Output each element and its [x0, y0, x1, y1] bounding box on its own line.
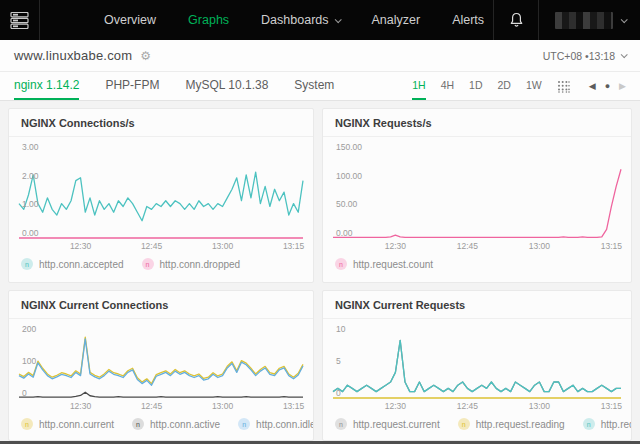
tab-nginx[interactable]: nginx 1.14.2 [14, 72, 79, 100]
legend-item-http.request.count[interactable]: nhttp.request.count [335, 258, 433, 270]
x-axis: 12:3012:4513:0013:15 [19, 238, 303, 253]
chart-canvas[interactable] [333, 334, 621, 398]
chart-title: NGINX Current Requests [323, 291, 631, 319]
live-button[interactable]: ● [605, 81, 610, 91]
notifications-button[interactable] [493, 0, 539, 40]
y-tick-label: 0 [22, 388, 27, 398]
chart-canvas[interactable] [19, 334, 303, 398]
series-badge-icon: n [335, 258, 347, 270]
chart-panel-nginx-connections: NGINX Connections/s 3.002.001.000.00 12:… [8, 108, 314, 283]
chart-plot-area[interactable]: 3.002.001.000.00 [19, 152, 303, 238]
legend-item-http.conn.dropped[interactable]: nhttp.conn.dropped [142, 258, 241, 270]
timezone-selector[interactable]: UTC+08 •13:18 [543, 50, 626, 62]
chart-plot-area[interactable]: 2001000 [19, 334, 303, 398]
y-tick-label: 3.00 [22, 142, 39, 152]
top-right-controls [493, 0, 640, 40]
range-4h[interactable]: 4H [441, 72, 454, 100]
legend-item-http.request.current[interactable]: nhttp.request.current [335, 418, 440, 430]
host-bar: www.linuxbabe.com ⚙ UTC+08 •13:18 [0, 40, 640, 72]
app-logo[interactable] [0, 0, 40, 40]
series-line-http.request.writing [333, 340, 621, 391]
legend-item-http.request.writing[interactable]: nhttp.request.writing [583, 418, 632, 430]
legend-item-http.conn.idle[interactable]: nhttp.conn.idle [238, 418, 314, 430]
chart-legend: nhttp.conn.currentnhttp.conn.activenhttp… [9, 413, 313, 430]
series-line-http.conn.idle [19, 339, 303, 385]
legend-item-http.conn.current[interactable]: nhttp.conn.current [21, 418, 114, 430]
legend-label: http.conn.current [39, 419, 114, 430]
x-tick-label: 12:30 [385, 401, 406, 411]
x-tick-label: 13:15 [283, 241, 304, 251]
range-1h[interactable]: 1H [412, 72, 425, 100]
series-line-http.conn.current [19, 337, 303, 383]
series-badge-icon: n [132, 418, 144, 430]
y-tick-label: 200 [22, 324, 36, 334]
x-tick-label: 12:45 [457, 401, 478, 411]
chart-plot-area[interactable]: 1050 [333, 334, 621, 398]
nav-item-graphs[interactable]: Graphs [188, 13, 229, 27]
timezone-label: UTC+08 •13:18 [543, 50, 615, 62]
series-badge-icon: n [142, 258, 154, 270]
legend-label: http.conn.dropped [160, 259, 241, 270]
series-badge-icon: n [21, 258, 33, 270]
gear-icon[interactable]: ⚙ [140, 49, 151, 63]
playback-controls: ◀ ● ▶ [589, 72, 626, 100]
y-tick-label: 10 [336, 324, 345, 334]
x-tick-label: 12:30 [385, 241, 406, 251]
chart-plot-area[interactable]: 150.00100.0050.000.00 [333, 152, 621, 238]
legend-label: http.conn.accepted [39, 259, 124, 270]
legend-label: http.conn.idle [256, 419, 314, 430]
x-tick-label: 12:45 [141, 241, 162, 251]
series-line-http.request.count [333, 169, 621, 237]
legend-label: http.request.reading [476, 419, 565, 430]
range-1d[interactable]: 1D [469, 72, 482, 100]
main-menu: Overview Graphs Dashboards Analyzer Aler… [104, 13, 484, 27]
series-badge-icon: n [458, 418, 470, 430]
dot-grid-icon [557, 80, 570, 93]
nav-item-alerts[interactable]: Alerts [452, 13, 484, 27]
series-line-http.conn.active [19, 392, 303, 397]
x-tick-label: 13:00 [529, 241, 550, 251]
step-forward-button[interactable]: ▶ [619, 81, 626, 91]
tab-php-fpm[interactable]: PHP-FPM [105, 72, 159, 100]
chart-title: NGINX Current Connections [9, 291, 313, 319]
chart-panel-nginx-current-requests: NGINX Current Requests 1050 12:3012:4513… [322, 290, 632, 441]
nav-item-analyzer[interactable]: Analyzer [372, 13, 421, 27]
y-tick-label: 0 [336, 388, 341, 398]
chevron-down-icon [621, 51, 628, 58]
step-back-button[interactable]: ◀ [589, 81, 596, 91]
tab-system[interactable]: System [294, 72, 334, 100]
chart-legend: nhttp.conn.acceptednhttp.conn.dropped [9, 253, 313, 270]
range-2d[interactable]: 2D [498, 72, 511, 100]
nav-item-overview[interactable]: Overview [104, 13, 156, 27]
y-tick-label: 2.00 [22, 171, 39, 181]
tab-bar: nginx 1.14.2 PHP-FPM MySQL 10.1.38 Syste… [0, 72, 640, 101]
bell-icon [509, 12, 524, 28]
grid-layout-button[interactable] [557, 72, 570, 100]
y-tick-label: 5 [336, 356, 341, 366]
y-tick-label: 1.00 [22, 199, 39, 209]
series-badge-icon: n [583, 418, 595, 430]
legend-label: http.request.writing [601, 419, 632, 430]
legend-item-http.conn.active[interactable]: nhttp.conn.active [132, 418, 220, 430]
tab-mysql[interactable]: MySQL 10.1.38 [185, 72, 268, 100]
time-range-controls: 1H 4H 1D 2D 1W ◀ ● ▶ [412, 72, 626, 100]
legend-label: http.request.current [353, 419, 440, 430]
x-tick-label: 13:00 [529, 401, 550, 411]
chart-legend: nhttp.request.count [323, 253, 631, 270]
y-tick-label: 0.00 [336, 228, 353, 238]
range-1w[interactable]: 1W [526, 72, 542, 100]
x-tick-label: 13:15 [601, 401, 622, 411]
chart-canvas[interactable] [19, 152, 303, 238]
legend-item-http.request.reading[interactable]: nhttp.request.reading [458, 418, 565, 430]
y-tick-label: 0.00 [22, 228, 39, 238]
series-badge-icon: n [21, 418, 33, 430]
hostname-label: www.linuxbabe.com [14, 48, 132, 63]
service-tabs: nginx 1.14.2 PHP-FPM MySQL 10.1.38 Syste… [14, 72, 334, 100]
legend-item-http.conn.accepted[interactable]: nhttp.conn.accepted [21, 258, 124, 270]
user-menu[interactable] [539, 12, 640, 29]
chart-canvas[interactable] [333, 152, 621, 238]
y-tick-label: 50.00 [336, 199, 357, 209]
legend-label: http.conn.active [150, 419, 220, 430]
x-axis: 12:3012:4513:0013:15 [19, 398, 303, 413]
nav-item-dashboards[interactable]: Dashboards [261, 13, 339, 27]
